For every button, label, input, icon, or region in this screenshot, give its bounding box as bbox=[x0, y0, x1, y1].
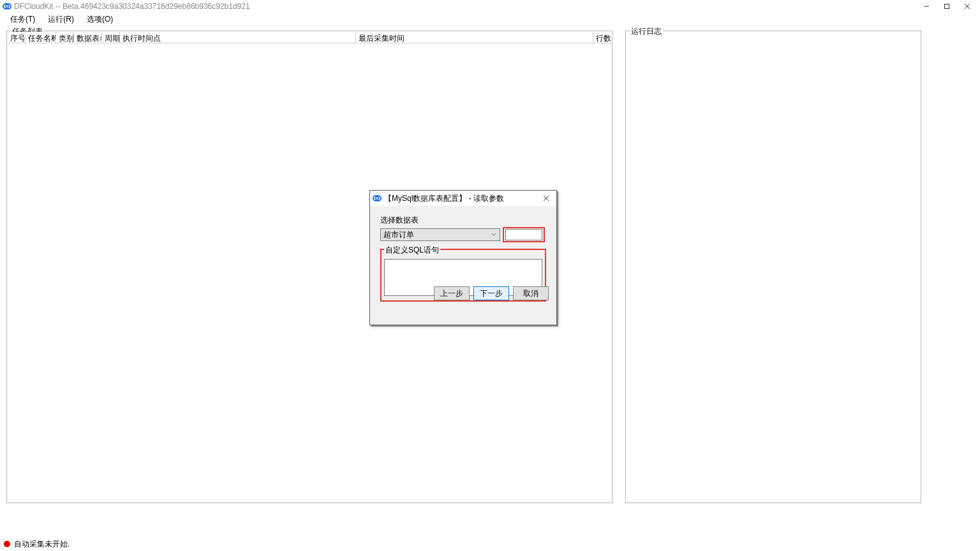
dialog-icon bbox=[373, 194, 382, 203]
filter-input-highlight bbox=[503, 227, 545, 242]
col-category[interactable]: 类别 bbox=[56, 32, 74, 43]
menu-task[interactable]: 任务(T) bbox=[4, 13, 41, 26]
window-title: DFCloudKit -- Beta.469423c9a30324a33716d… bbox=[14, 2, 250, 11]
mysql-config-dialog: 【MySql数据库表配置】 - 读取参数 选择数据表 超市订单 bbox=[369, 190, 557, 325]
dialog-buttons: 上一步 下一步 取消 bbox=[434, 286, 549, 300]
prev-button[interactable]: 上一步 bbox=[434, 286, 470, 300]
log-group: 运行日志 bbox=[625, 31, 921, 503]
col-task-name[interactable]: 任务名称 bbox=[26, 32, 56, 43]
svg-rect-3 bbox=[945, 4, 949, 9]
log-legend: 运行日志 bbox=[630, 26, 663, 37]
col-period[interactable]: 周期 bbox=[102, 32, 120, 43]
cancel-button[interactable]: 取消 bbox=[513, 286, 549, 300]
dialog-title: 【MySql数据库表配置】 - 读取参数 bbox=[384, 193, 538, 204]
col-table-name[interactable]: 数据表名 bbox=[74, 32, 102, 43]
close-button[interactable] bbox=[957, 0, 977, 13]
close-icon bbox=[543, 195, 549, 202]
app-icon bbox=[3, 2, 11, 11]
col-seq[interactable]: 序号 bbox=[8, 32, 26, 43]
next-button[interactable]: 下一步 bbox=[473, 286, 509, 300]
dialog-titlebar: 【MySql数据库表配置】 - 读取参数 bbox=[370, 191, 556, 206]
col-exec-point[interactable]: 执行时间点 bbox=[120, 32, 356, 43]
dialog-body: 选择数据表 超市订单 自定义SQL语句 bbox=[370, 206, 556, 307]
col-last-collect[interactable]: 最后采集时间 bbox=[356, 32, 593, 43]
status-text: 自动采集未开始. bbox=[14, 539, 70, 550]
select-table-label: 选择数据表 bbox=[380, 215, 546, 226]
titlebar: DFCloudKit -- Beta.469423c9a30324a33716d… bbox=[0, 0, 980, 13]
menu-options[interactable]: 选项(O) bbox=[80, 13, 119, 26]
maximize-button[interactable] bbox=[937, 0, 957, 13]
status-indicator-icon bbox=[4, 541, 10, 547]
col-rows[interactable]: 行数 bbox=[593, 32, 611, 43]
dialog-close-button[interactable] bbox=[538, 192, 554, 205]
statusbar: 自动采集未开始. bbox=[0, 537, 980, 551]
task-table-header: 序号 任务名称 类别 数据表名 周期 执行时间点 最后采集时间 行数 bbox=[8, 32, 611, 43]
custom-sql-legend: 自定义SQL语句 bbox=[384, 245, 440, 256]
minimize-button[interactable] bbox=[916, 0, 937, 13]
filter-input[interactable] bbox=[505, 229, 542, 240]
menubar: 任务(T) 运行(R) 选项(O) bbox=[0, 13, 980, 26]
menu-run[interactable]: 运行(R) bbox=[41, 13, 80, 26]
table-combobox-value: 超市订单 bbox=[383, 230, 414, 240]
main-area: 任务列表 序号 任务名称 类别 数据表名 周期 执行时间点 最后采集时间 行数 … bbox=[0, 26, 980, 537]
table-combobox[interactable]: 超市订单 bbox=[380, 228, 500, 241]
chevron-down-icon bbox=[489, 230, 498, 239]
